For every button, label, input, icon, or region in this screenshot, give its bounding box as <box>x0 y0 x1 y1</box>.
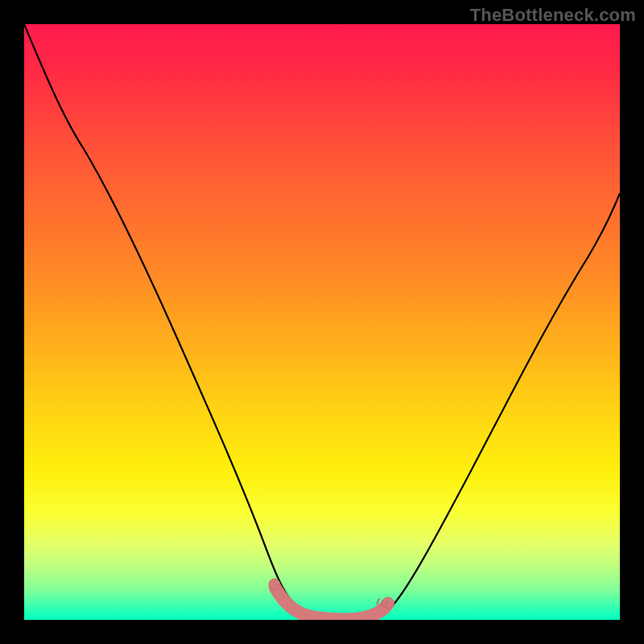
curve-line <box>24 24 620 620</box>
svg-line-0 <box>377 598 379 605</box>
optimal-range-marker <box>275 588 388 619</box>
plot-area <box>24 24 620 620</box>
chart-overlay <box>24 24 620 620</box>
optimal-range-start-dot <box>269 579 280 590</box>
optimal-range-end-dot <box>382 597 394 609</box>
watermark-text: TheBottleneck.com <box>470 5 636 26</box>
chart-frame: TheBottleneck.com <box>0 0 644 644</box>
